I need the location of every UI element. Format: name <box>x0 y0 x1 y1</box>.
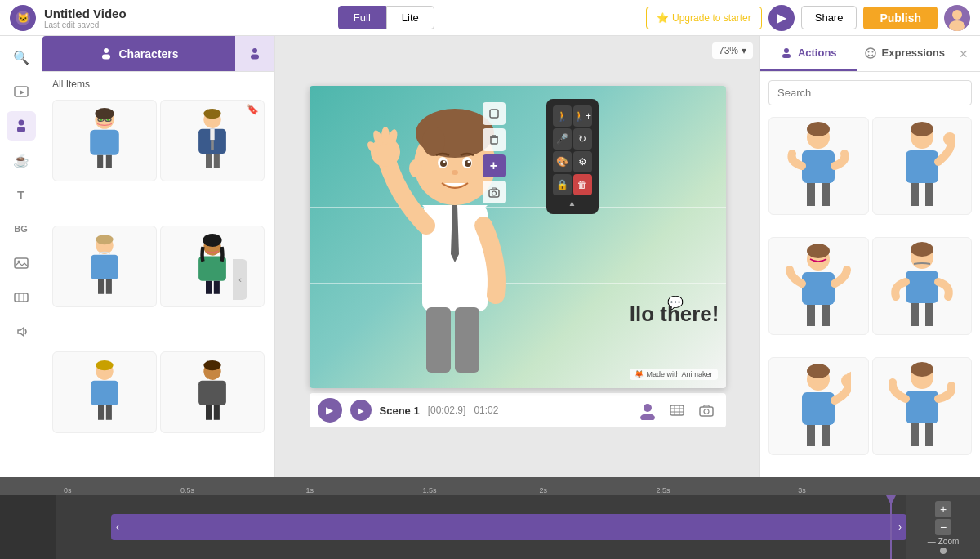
actions-grid <box>760 114 980 477</box>
action-item[interactable] <box>872 237 973 335</box>
title-block: Untitled Video Last edit saved <box>44 7 127 29</box>
timeline-zoom-controls: + − — Zoom <box>906 495 980 559</box>
sidebar-props-icon[interactable]: ☕ <box>7 145 36 175</box>
zoom-out-button[interactable]: − <box>935 519 951 535</box>
sidebar-text-icon[interactable]: T <box>7 180 36 209</box>
characters-panel: Characters All Items <box>42 36 275 477</box>
ctx-delete-btn[interactable]: 🗑 <box>573 174 592 195</box>
svg-rect-77 <box>490 110 498 118</box>
sidebar-media-icon[interactable] <box>7 77 36 106</box>
upgrade-button[interactable]: ⭐ Upgrade to starter <box>646 7 762 29</box>
character-item[interactable] <box>160 351 265 433</box>
svg-rect-128 <box>925 423 933 446</box>
tick-1-5s: 1.5s <box>422 486 436 494</box>
character-item[interactable] <box>160 226 265 307</box>
preview-play-button[interactable]: ▶ <box>768 5 795 31</box>
ctx-lock-btn[interactable]: 🔒 <box>553 174 572 195</box>
main-character[interactable] <box>365 74 545 388</box>
action-item[interactable] <box>768 237 869 335</box>
sidebar-audio-icon[interactable] <box>7 317 36 347</box>
svg-rect-35 <box>91 255 118 280</box>
playhead[interactable] <box>890 495 892 559</box>
sidebar-image-icon[interactable] <box>7 248 36 278</box>
zoom-slider-dot[interactable] <box>940 548 947 554</box>
tick-3s: 3s <box>798 486 806 494</box>
svg-rect-37 <box>106 280 112 294</box>
film-icon[interactable] <box>666 399 688 422</box>
character-item[interactable]: 🔖 <box>160 100 265 181</box>
svg-point-69 <box>452 170 458 175</box>
svg-rect-29 <box>206 154 212 168</box>
timeline-content: ‹ › + − — Zoom <box>0 495 980 559</box>
ctx-settings-btn[interactable]: ⚙ <box>573 151 592 172</box>
scene-controls: ▶ ▶ Scene 1 [00:02.9] 01:02 <box>310 393 726 427</box>
camera-ctrl-icon[interactable] <box>695 399 718 422</box>
svg-rect-109 <box>802 272 835 305</box>
ctx-arrow-btn[interactable]: ▲ <box>553 197 592 208</box>
close-right-panel-button[interactable]: ✕ <box>952 42 975 65</box>
action-item[interactable] <box>872 357 973 455</box>
ctx-row-4: 🔒 🗑 <box>553 174 592 195</box>
svg-point-94 <box>866 48 875 58</box>
svg-rect-78 <box>491 137 497 144</box>
action-item[interactable] <box>768 117 869 215</box>
svg-point-106 <box>911 122 933 136</box>
sidebar-characters-icon[interactable] <box>7 111 36 141</box>
action-item[interactable] <box>768 357 869 455</box>
scene-play-button[interactable]: ▶ <box>350 400 372 421</box>
publish-button[interactable]: Publish <box>863 7 938 29</box>
ctx-palette-btn[interactable]: 🎨 <box>553 151 572 172</box>
svg-rect-42 <box>214 281 220 294</box>
svg-rect-8 <box>17 127 25 132</box>
chevron-down-icon: ▾ <box>742 45 746 56</box>
actions-tab[interactable]: Actions <box>760 36 857 71</box>
track-arrow-right[interactable]: › <box>898 521 902 533</box>
expressions-tab[interactable]: Expressions <box>857 36 953 71</box>
track-arrow-left[interactable]: ‹ <box>116 521 119 533</box>
add-scene-button[interactable] <box>483 102 506 125</box>
camera-button[interactable] <box>483 181 506 203</box>
add-element-button[interactable]: + <box>483 154 506 177</box>
main-play-button[interactable]: ▶ <box>318 398 342 423</box>
chars-tab-icon[interactable] <box>235 36 274 71</box>
svg-point-3 <box>952 10 962 20</box>
svg-marker-6 <box>20 90 24 95</box>
ctx-walk-add-btn[interactable]: 🚶+ <box>573 105 592 127</box>
svg-rect-51 <box>206 405 212 420</box>
character-item[interactable] <box>52 226 157 307</box>
sidebar-search-icon[interactable]: 🔍 <box>7 42 36 72</box>
lite-toggle[interactable]: Lite <box>386 6 434 29</box>
delete-scene-button[interactable] <box>483 128 506 151</box>
svg-rect-85 <box>670 405 684 415</box>
ctx-row-3: 🎨 ⚙ <box>553 151 592 172</box>
zoom-in-button[interactable]: + <box>935 501 951 517</box>
sidebar-bg-icon[interactable]: BG <box>7 214 36 244</box>
character-item[interactable] <box>52 100 157 181</box>
video-title[interactable]: Untitled Video <box>44 7 127 20</box>
svg-rect-30 <box>214 154 220 168</box>
svg-point-82 <box>492 191 496 195</box>
svg-point-48 <box>96 360 113 370</box>
svg-point-31 <box>203 109 220 119</box>
ctx-rotate-btn[interactable]: ↻ <box>573 128 592 150</box>
ctx-mic-btn[interactable]: 🎤 <box>553 128 572 150</box>
svg-rect-127 <box>911 423 919 446</box>
ctx-walk-btn[interactable]: 🚶 <box>553 105 572 127</box>
full-toggle[interactable]: Full <box>338 6 386 29</box>
svg-point-68 <box>468 161 470 163</box>
zoom-indicator[interactable]: 73% ▾ <box>712 42 753 59</box>
timeline-track[interactable]: ‹ › <box>111 514 906 540</box>
collapse-panel-button[interactable]: ‹ <box>233 259 247 300</box>
logo[interactable]: 🐱 <box>10 5 36 31</box>
canvas-area: 73% ▾ 🚶 🚶+ 🎤 ↻ 🎨 ⚙ 🔒 <box>275 36 760 477</box>
character-item[interactable] <box>52 351 157 433</box>
search-input[interactable] <box>768 80 972 105</box>
svg-point-7 <box>18 120 24 126</box>
avatar-icon[interactable] <box>636 399 659 422</box>
sidebar-scenes-icon[interactable] <box>7 283 36 312</box>
svg-rect-111 <box>822 305 830 326</box>
characters-tab[interactable]: Characters <box>42 36 235 71</box>
action-item[interactable] <box>872 117 973 215</box>
user-avatar[interactable] <box>944 5 970 31</box>
share-button[interactable]: Share <box>801 6 858 29</box>
